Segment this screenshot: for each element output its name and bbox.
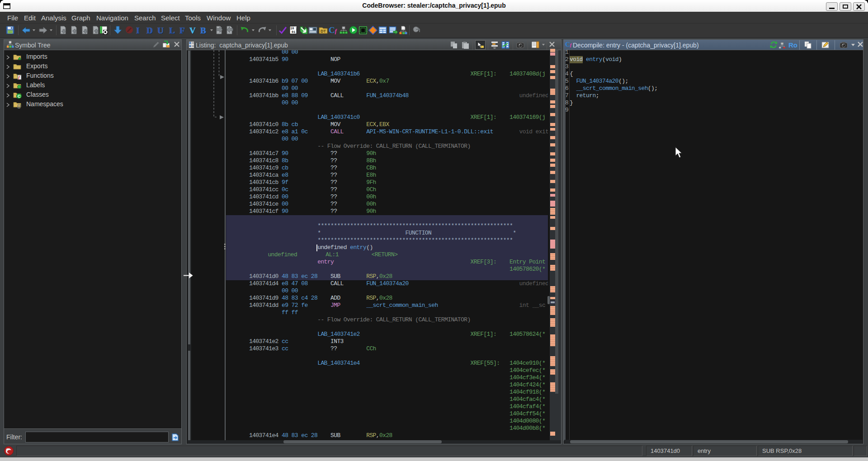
- svg-text:DT: DT: [321, 29, 326, 33]
- svg-text:10: 10: [290, 27, 294, 30]
- svg-text:01: 01: [292, 30, 295, 34]
- svg-text:C: C: [18, 94, 21, 99]
- svg-text:{}: {}: [17, 103, 21, 108]
